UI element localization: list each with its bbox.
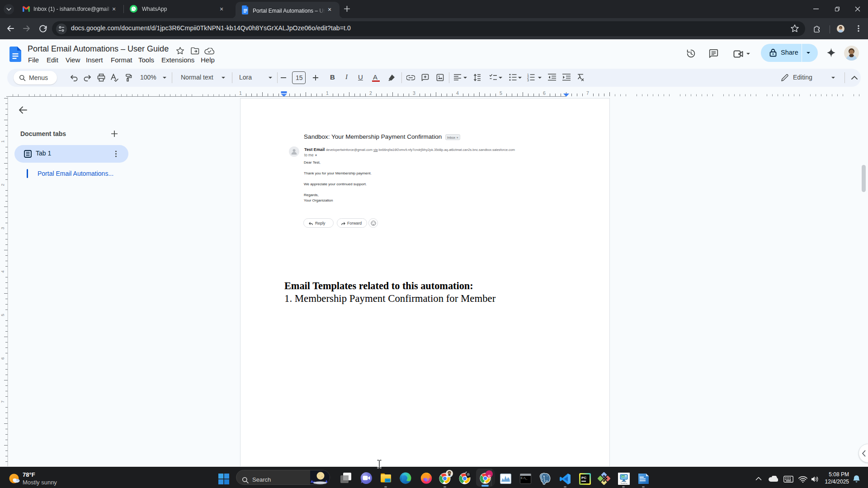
svg-text:PC: PC: [581, 476, 586, 480]
svg-text:1: 1: [326, 90, 329, 96]
svg-text:4: 4: [0, 270, 5, 272]
svg-text:4: 4: [456, 90, 459, 96]
svg-text:1: 1: [0, 140, 5, 142]
svg-text:TaskPro: TaskPro: [621, 482, 628, 484]
svg-text:C:\_: C:\_: [521, 476, 528, 480]
svg-text:7: 7: [0, 400, 5, 403]
svg-text:3: 3: [413, 90, 415, 96]
svg-text:1: 1: [239, 90, 242, 96]
svg-text:5: 5: [0, 314, 5, 316]
svg-text:GO: GO: [622, 476, 624, 478]
svg-text:3: 3: [527, 79, 529, 81]
svg-text:2: 2: [0, 183, 5, 186]
svg-text:2: 2: [369, 90, 372, 96]
svg-text:6: 6: [543, 90, 546, 96]
svg-text:7: 7: [586, 90, 589, 96]
svg-text:5: 5: [500, 90, 502, 96]
svg-text:3: 3: [0, 227, 5, 229]
svg-text:6: 6: [0, 357, 5, 359]
